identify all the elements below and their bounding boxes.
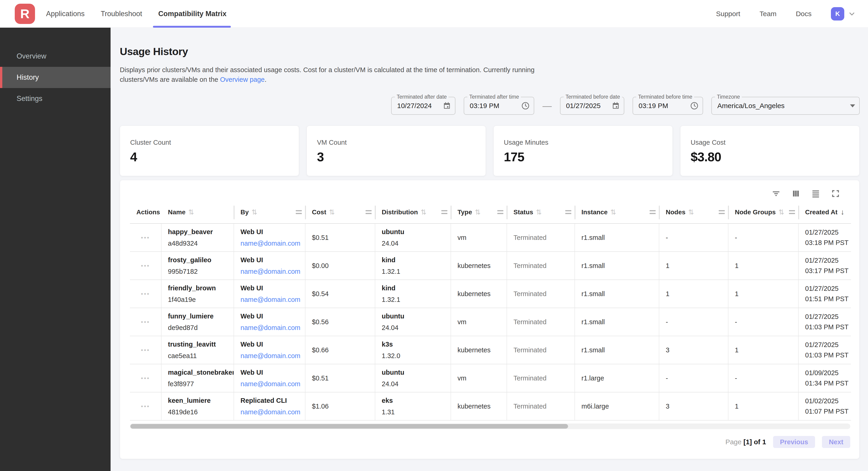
column-header-by[interactable]: By ⇅ [234, 201, 306, 223]
distribution-cell: kind 1.32.1 [375, 280, 451, 307]
field-value[interactable]: 03:19 PM [639, 102, 686, 110]
email-link[interactable]: name@domain.com [241, 380, 305, 388]
support-link[interactable]: Support [716, 10, 740, 18]
column-header-nodes[interactable]: Nodes ⇅ [659, 201, 728, 223]
by-cell: Web UI name@domain.com [234, 280, 306, 307]
field-value[interactable]: 03:19 PM [470, 102, 517, 110]
row-actions-button[interactable]: ••• [141, 347, 150, 354]
type-cell: vm [451, 364, 507, 392]
overview-page-link[interactable]: Overview page [220, 76, 265, 83]
calendar-icon[interactable] [443, 102, 451, 110]
tab-applications[interactable]: Applications [46, 0, 85, 28]
column-header-distribution[interactable]: Distribution ⇅ [375, 201, 451, 223]
email-link[interactable]: name@domain.com [241, 352, 305, 360]
clock-icon[interactable] [521, 101, 530, 110]
density-icon[interactable] [811, 188, 821, 199]
status-badge: Terminated [514, 403, 575, 410]
cluster-count-card: Cluster Count 4 [120, 125, 299, 176]
row-actions-button[interactable]: ••• [141, 234, 150, 241]
sort-arrows-icon[interactable]: ⇅ [421, 208, 426, 216]
column-header-type[interactable]: Type ⇅ [451, 201, 507, 223]
nodes-cell: 3 [659, 392, 728, 420]
column-menu-icon[interactable] [719, 210, 725, 214]
avatar[interactable]: K [831, 7, 844, 21]
email-link[interactable]: name@domain.com [241, 268, 305, 275]
column-menu-icon[interactable] [565, 210, 571, 214]
dropdown-arrow-icon[interactable] [850, 105, 855, 107]
sort-arrows-icon[interactable]: ⇅ [188, 208, 194, 216]
field-value[interactable]: 10/27/2024 [397, 102, 439, 110]
row-actions-button[interactable]: ••• [141, 262, 150, 269]
stat-value: $3.80 [691, 150, 849, 164]
column-header-node-groups[interactable]: Node Groups ⇅ [728, 201, 799, 223]
by-cell: Web UI name@domain.com [234, 336, 306, 364]
stat-cards: Cluster Count 4 VM Count 3 Usage Minutes… [120, 125, 860, 176]
field-value[interactable]: 01/27/2025 [566, 102, 608, 110]
sort-arrows-icon[interactable]: ⇅ [611, 208, 616, 216]
distribution-cell: kind 1.32.1 [375, 252, 451, 279]
table-row: ••• trusting_leavitt cae5ea11 Web UI nam… [130, 336, 851, 364]
column-menu-icon[interactable] [366, 210, 372, 214]
column-header-instance[interactable]: Instance ⇅ [575, 201, 659, 223]
sidebar-item-overview[interactable]: Overview [0, 46, 111, 67]
instance-cell: r1.small [575, 336, 659, 364]
team-link[interactable]: Team [760, 10, 776, 18]
replicated-logo[interactable]: R [15, 4, 35, 24]
tab-compatibility-matrix[interactable]: Compatibility Matrix [158, 0, 226, 28]
node-groups-cell: 1 [728, 252, 799, 279]
sort-arrows-icon[interactable]: ⇅ [536, 208, 542, 216]
column-menu-icon[interactable] [497, 210, 503, 214]
sort-desc-icon[interactable]: ↓ [841, 208, 844, 216]
column-menu-icon[interactable] [296, 210, 302, 214]
row-actions-button[interactable]: ••• [141, 375, 150, 382]
field-label: Terminated before time [636, 94, 694, 100]
email-link[interactable]: name@domain.com [241, 240, 305, 247]
clock-icon[interactable] [690, 101, 699, 110]
column-header-status[interactable]: Status ⇅ [507, 201, 575, 223]
sort-arrows-icon[interactable]: ⇅ [688, 208, 694, 216]
tab-troubleshoot[interactable]: Troubleshoot [101, 0, 142, 28]
sidebar-item-settings[interactable]: Settings [0, 88, 111, 109]
column-menu-icon[interactable] [650, 210, 656, 214]
row-actions-button[interactable]: ••• [141, 319, 150, 326]
column-header-name[interactable]: Name ⇅ [161, 201, 234, 223]
calendar-icon[interactable] [612, 102, 620, 110]
user-menu[interactable]: K [831, 7, 855, 21]
cost-cell: $1.06 [306, 392, 375, 420]
column-header-created-at[interactable]: Created At ↓ [799, 201, 851, 223]
columns-icon[interactable] [791, 188, 801, 199]
type-cell: kubernetes [451, 252, 507, 279]
sort-arrows-icon[interactable]: ⇅ [778, 208, 784, 216]
stat-value: 4 [130, 150, 289, 164]
filter-icon[interactable] [771, 188, 781, 199]
email-link[interactable]: name@domain.com [241, 296, 305, 303]
fullscreen-icon[interactable] [831, 188, 841, 199]
row-actions-button[interactable]: ••• [141, 403, 150, 410]
pagination: Page [1] of 1 Previous Next [130, 436, 850, 448]
horizontal-scrollbar[interactable] [130, 423, 850, 429]
email-link[interactable]: name@domain.com [241, 324, 305, 332]
timezone-select[interactable]: Timezone America/Los_Angeles [711, 97, 860, 115]
sort-arrows-icon[interactable]: ⇅ [329, 208, 335, 216]
table-row: ••• happy_beaver a48d9324 Web UI name@do… [130, 224, 851, 252]
field-value[interactable]: America/Los_Angeles [717, 102, 846, 110]
column-menu-icon[interactable] [441, 210, 447, 214]
terminated-before-time-field[interactable]: Terminated before time 03:19 PM [632, 97, 703, 115]
terminated-after-date-field[interactable]: Terminated after date 10/27/2024 [391, 97, 456, 115]
next-button[interactable]: Next [822, 436, 850, 448]
sidebar-item-history[interactable]: History [0, 67, 111, 88]
cost-cell: $0.54 [306, 280, 375, 307]
column-header-cost[interactable]: Cost ⇅ [306, 201, 375, 223]
by-cell: Web UI name@domain.com [234, 308, 306, 336]
scrollbar-thumb[interactable] [130, 424, 568, 429]
instance-cell: r1.large [575, 364, 659, 392]
sort-arrows-icon[interactable]: ⇅ [252, 208, 257, 216]
previous-button[interactable]: Previous [773, 436, 815, 448]
docs-link[interactable]: Docs [796, 10, 812, 18]
row-actions-button[interactable]: ••• [141, 290, 150, 297]
terminated-after-time-field[interactable]: Terminated after time 03:19 PM [464, 97, 534, 115]
email-link[interactable]: name@domain.com [241, 408, 305, 416]
terminated-before-date-field[interactable]: Terminated before date 01/27/2025 [560, 97, 624, 115]
sort-arrows-icon[interactable]: ⇅ [475, 208, 480, 216]
column-menu-icon[interactable] [789, 210, 795, 214]
